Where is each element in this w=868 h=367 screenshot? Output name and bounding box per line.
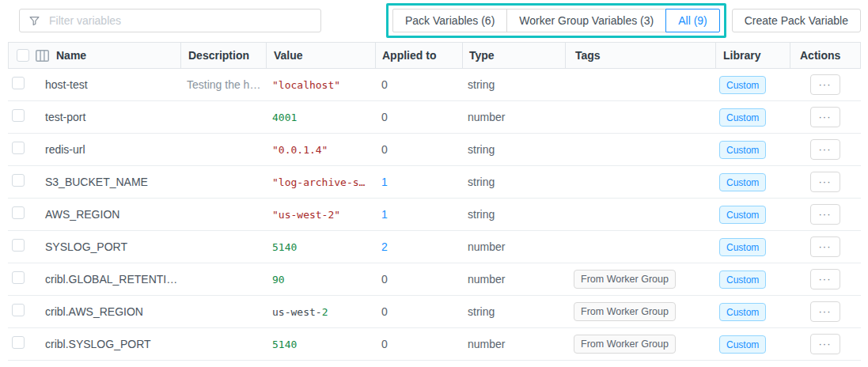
variable-description: Testing the h… xyxy=(180,78,265,91)
row-actions-button[interactable]: ··· xyxy=(810,269,840,289)
variable-type: number xyxy=(461,338,564,350)
variable-name: SYSLOG_PORT xyxy=(32,240,180,253)
row-checkbox[interactable] xyxy=(12,109,25,122)
toolbar-right: Pack Variables (6) Worker Group Variable… xyxy=(386,3,861,38)
row-actions-button[interactable]: ··· xyxy=(810,301,840,322)
tag: From Worker Group xyxy=(574,302,676,321)
column-header-library: Library xyxy=(715,43,790,68)
variable-value: "localhost" xyxy=(265,79,374,91)
variable-type: string xyxy=(461,78,564,91)
row-checkbox[interactable] xyxy=(12,142,25,154)
applied-to-link[interactable]: 2 xyxy=(381,240,388,253)
table-row: cribl.SYSLOG_PORT 5140 0 number From Wor… xyxy=(8,328,861,361)
applied-to-count: 0 xyxy=(381,143,388,156)
filter-variables-input[interactable] xyxy=(47,13,312,28)
variable-type: string xyxy=(461,305,564,318)
column-header-value: Value xyxy=(266,43,375,68)
applied-to-count: 0 xyxy=(381,111,388,123)
applied-to-link[interactable]: 1 xyxy=(381,176,388,188)
tag: From Worker Group xyxy=(574,335,676,354)
table-header: Name Description Value Applied to Type T… xyxy=(8,42,861,69)
library-badge: Custom xyxy=(719,335,766,354)
table-row: cribl.GLOBAL_RETENTI… 90 0 number From W… xyxy=(8,263,861,296)
column-header-applied-to: Applied to xyxy=(375,43,462,68)
variables-table: Name Description Value Applied to Type T… xyxy=(8,42,861,361)
variable-type: string xyxy=(461,176,564,188)
select-all-checkbox[interactable] xyxy=(17,49,29,62)
library-badge: Custom xyxy=(719,303,766,321)
variable-tags: From Worker Group xyxy=(564,270,714,289)
variable-name: S3_BUCKET_NAME xyxy=(32,176,180,188)
row-checkbox[interactable] xyxy=(12,77,25,89)
variable-name: host-test xyxy=(32,78,180,91)
library-badge: Custom xyxy=(719,76,766,94)
variable-value: 5140 xyxy=(265,339,374,350)
column-settings-icon[interactable] xyxy=(36,50,49,62)
variable-type: number xyxy=(461,273,564,286)
tab-all-variables[interactable]: All (9) xyxy=(665,9,720,32)
row-actions-button[interactable]: ··· xyxy=(810,236,840,257)
row-checkbox[interactable] xyxy=(12,336,25,349)
filter-variables-box[interactable] xyxy=(19,9,321,32)
filter-funnel-icon xyxy=(28,15,40,27)
table-row: SYSLOG_PORT 5140 2 number Custom ··· xyxy=(8,231,861,263)
library-badge: Custom xyxy=(719,173,766,191)
value-token-string: "us-west-2" xyxy=(272,209,340,221)
variable-type: number xyxy=(461,111,564,123)
library-badge: Custom xyxy=(719,271,766,289)
variable-type: string xyxy=(461,208,564,221)
row-checkbox[interactable] xyxy=(12,206,25,219)
pack-variables-page: Pack Variables (6) Worker Group Variable… xyxy=(0,0,868,361)
variable-type: string xyxy=(461,143,564,156)
row-actions-button[interactable]: ··· xyxy=(810,204,840,225)
row-actions-button[interactable]: ··· xyxy=(810,107,840,127)
variable-value: "0.0.1.4" xyxy=(265,144,374,156)
tab-group-highlight-box: Pack Variables (6) Worker Group Variable… xyxy=(386,3,726,38)
variable-name: AWS_REGION xyxy=(32,208,180,221)
library-badge: Custom xyxy=(719,141,766,159)
column-header-actions: Actions xyxy=(790,43,860,68)
column-header-tags: Tags xyxy=(565,43,715,68)
variable-value: us-west-2 xyxy=(265,306,374,318)
value-token-plain: us-west- xyxy=(272,306,322,318)
row-checkbox[interactable] xyxy=(12,174,25,187)
value-token-number: 5140 xyxy=(272,339,297,350)
value-token-string: "localhost" xyxy=(272,79,340,91)
library-badge: Custom xyxy=(719,238,766,256)
row-checkbox[interactable] xyxy=(12,304,25,316)
value-token-number: 2 xyxy=(322,306,328,318)
variable-name: cribl.SYSLOG_PORT xyxy=(32,338,180,350)
variables-tab-group: Pack Variables (6) Worker Group Variable… xyxy=(392,9,720,32)
variable-value: "us-west-2" xyxy=(265,209,374,221)
applied-to-count: 0 xyxy=(381,78,388,91)
applied-to-link[interactable]: 1 xyxy=(381,208,388,221)
applied-to-count: 0 xyxy=(381,305,388,318)
variable-value: "log-archive-s… xyxy=(265,176,374,188)
row-actions-button[interactable]: ··· xyxy=(810,139,840,160)
column-header-description: Description xyxy=(180,43,266,68)
applied-to-count: 0 xyxy=(381,273,388,286)
variable-name: cribl.GLOBAL_RETENTI… xyxy=(32,273,180,286)
column-header-name: Name xyxy=(56,49,86,62)
table-row: redis-url "0.0.1.4" 0 string Custom ··· xyxy=(8,134,861,166)
library-badge: Custom xyxy=(719,108,766,127)
variable-tags: From Worker Group xyxy=(564,302,714,321)
variable-type: number xyxy=(461,240,564,253)
variable-name: test-port xyxy=(32,111,180,123)
row-checkbox[interactable] xyxy=(12,239,25,252)
variable-value: 5140 xyxy=(265,241,374,253)
tag: From Worker Group xyxy=(574,270,676,289)
row-actions-button[interactable]: ··· xyxy=(810,74,840,95)
library-badge: Custom xyxy=(719,206,766,224)
applied-to-count: 0 xyxy=(381,338,388,350)
table-row: AWS_REGION "us-west-2" 1 string Custom ·… xyxy=(8,199,861,231)
tab-worker-group-variables[interactable]: Worker Group Variables (3) xyxy=(506,9,666,32)
row-actions-button[interactable]: ··· xyxy=(810,334,840,354)
tab-pack-variables[interactable]: Pack Variables (6) xyxy=(392,9,507,32)
row-actions-button[interactable]: ··· xyxy=(810,172,840,192)
value-token-number: 90 xyxy=(272,274,285,286)
row-checkbox[interactable] xyxy=(12,271,25,284)
column-header-type: Type xyxy=(462,43,565,68)
create-pack-variable-button[interactable]: Create Pack Variable xyxy=(732,9,861,32)
variable-value: 4001 xyxy=(265,112,374,123)
